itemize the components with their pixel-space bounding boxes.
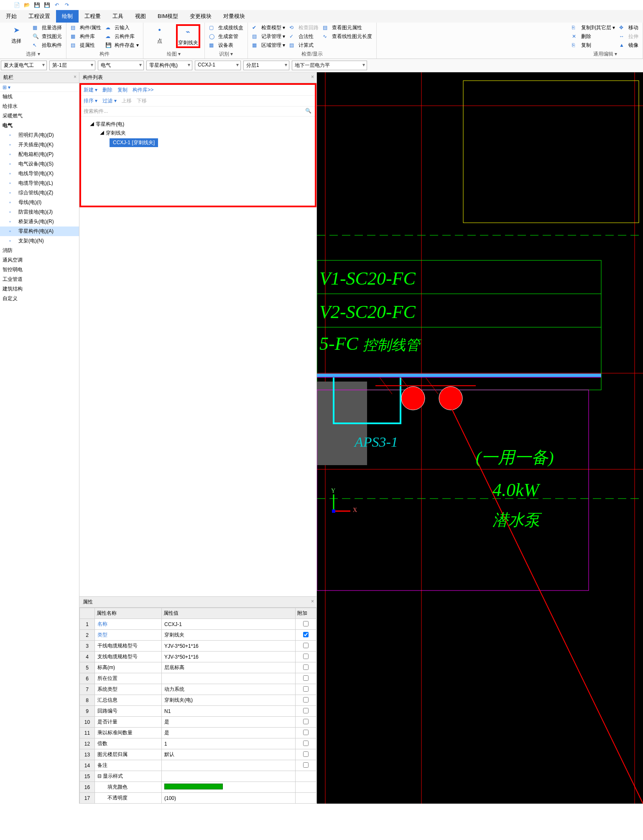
check-model-button[interactable]: ✔检查模型 ▾ bbox=[252, 24, 285, 31]
extra-checkbox[interactable] bbox=[303, 751, 309, 757]
prop-row-11[interactable]: 11乘以标准间数量是 bbox=[80, 728, 316, 738]
filter-button[interactable]: 过滤 ▾ bbox=[102, 97, 116, 104]
view-elem-props-button[interactable]: ▤查看图元属性 bbox=[323, 24, 372, 31]
open-icon[interactable]: 📂 bbox=[23, 1, 31, 9]
search-input[interactable]: 搜索构件... 🔍 bbox=[81, 107, 315, 117]
prop-row-17[interactable]: 17 不透明度(100) bbox=[80, 793, 316, 804]
cad-viewport[interactable]: V1-SC20-FC V2-SC20-FC 5-FC 控制线管 APS3-1 (… bbox=[317, 72, 643, 804]
gen-sleeve-button[interactable]: ◯生成套管 bbox=[209, 33, 243, 40]
tab-quantity[interactable]: 工程量 bbox=[79, 10, 107, 23]
extra-checkbox[interactable] bbox=[303, 719, 309, 724]
extra-checkbox[interactable] bbox=[303, 686, 309, 692]
nav-cat-hvac[interactable]: 通风空调 bbox=[0, 255, 79, 265]
nav-item-2[interactable]: ▫配电箱柜(电)(P) bbox=[0, 150, 79, 159]
prop-row-16[interactable]: 16 填充颜色 bbox=[80, 782, 316, 793]
prop-row-13[interactable]: 13图元楼层归属默认 bbox=[80, 749, 316, 760]
nav-cat-lowvolt[interactable]: 智控弱电 bbox=[0, 265, 79, 275]
nav-item-0[interactable]: ▫照明灯具(电)(D) bbox=[0, 130, 79, 140]
prop-row-15[interactable]: 15⊟ 显示样式 bbox=[80, 771, 316, 782]
select-button[interactable]: ➤ 选择 bbox=[4, 24, 28, 49]
nav-cat-axis[interactable]: 轴线 bbox=[0, 92, 79, 102]
gen-junction-button[interactable]: ▢生成接线盒 bbox=[209, 24, 243, 31]
nav-item-10[interactable]: ▫零星构件(电)(A) bbox=[0, 227, 79, 236]
pierce-clamp-button[interactable]: ⌁ 穿刺线夹 bbox=[176, 24, 200, 48]
extra-checkbox[interactable] bbox=[303, 632, 309, 637]
cloud-lib-button[interactable]: ☁云构件库 bbox=[105, 33, 138, 40]
redo-icon[interactable]: ↷ bbox=[63, 1, 71, 9]
component-lib-button[interactable]: ▦构件库 bbox=[71, 33, 101, 40]
nav-item-11[interactable]: ▫支架(电)(N) bbox=[0, 236, 79, 246]
tab-bim[interactable]: BIM模型 bbox=[152, 10, 184, 23]
drawing-combo[interactable]: 地下一层电力平 bbox=[292, 61, 367, 70]
cloud-input-button[interactable]: ☁云输入 bbox=[105, 24, 138, 31]
nav-item-9[interactable]: ▫桥架通头(电)(R) bbox=[0, 217, 79, 227]
prop-row-2[interactable]: 2类型穿刺线夹 bbox=[80, 630, 316, 641]
extra-checkbox[interactable] bbox=[303, 730, 309, 735]
batch-select-button[interactable]: ▦批量选择 bbox=[33, 24, 62, 31]
extra-checkbox[interactable] bbox=[303, 697, 309, 703]
tab-tools[interactable]: 工具 bbox=[107, 10, 129, 23]
extra-checkbox[interactable] bbox=[303, 621, 309, 626]
tab-draw[interactable]: 绘制 bbox=[56, 10, 79, 23]
movedown-button[interactable]: 下移 bbox=[137, 97, 147, 104]
device-table-button[interactable]: ▦设备表 bbox=[209, 42, 243, 49]
tab-view[interactable]: 视图 bbox=[129, 10, 152, 23]
copy-button[interactable]: ⎘复制 bbox=[572, 42, 615, 49]
copy-to-layer-button[interactable]: ⎘复制到其它层 ▾ bbox=[572, 24, 615, 31]
prop-row-4[interactable]: 4支线电缆规格型号YJV-3*50+1*16 bbox=[80, 652, 316, 662]
extra-checkbox[interactable] bbox=[303, 708, 309, 713]
component-props-button[interactable]: ▤构件/属性 bbox=[71, 24, 101, 31]
mirror-button[interactable]: ▲镜像 bbox=[619, 42, 638, 49]
formula-button[interactable]: ▤计算式 bbox=[289, 42, 319, 49]
prop-row-6[interactable]: 6所在位置 bbox=[80, 673, 316, 684]
nav-item-4[interactable]: ▫电线导管(电)(X) bbox=[0, 169, 79, 178]
project-combo[interactable]: 夏大厦电气工 bbox=[1, 61, 47, 70]
nav-cat-industrial[interactable]: 工业管道 bbox=[0, 275, 79, 284]
prop-row-10[interactable]: 10是否计量是 bbox=[80, 717, 316, 728]
move-button[interactable]: ✥移动 bbox=[619, 24, 638, 31]
delete-button[interactable]: ✕删除 bbox=[572, 33, 615, 40]
extract-props-button[interactable]: ▤提属性 bbox=[71, 42, 101, 49]
nav-item-8[interactable]: ▫防雷接地(电)(J) bbox=[0, 207, 79, 217]
point-button[interactable]: • 点 bbox=[148, 24, 172, 48]
nav-cat-water[interactable]: 给排水 bbox=[0, 102, 79, 111]
component-save-button[interactable]: 💾构件存盘 ▾ bbox=[105, 42, 138, 49]
tab-compare[interactable]: 对量模块 bbox=[217, 10, 251, 23]
extra-checkbox[interactable] bbox=[303, 643, 309, 648]
component-type-combo[interactable]: 零星构件(电) bbox=[146, 61, 192, 70]
tree-node-root[interactable]: ◢ 零星构件(电) bbox=[89, 120, 306, 129]
save-icon[interactable]: 💾 bbox=[33, 1, 41, 9]
prop-row-7[interactable]: 7系统类型动力系统 bbox=[80, 684, 316, 695]
check-circuit-button[interactable]: ⟲检查回路 bbox=[289, 24, 319, 31]
extra-checkbox[interactable] bbox=[303, 762, 309, 768]
find-element-button[interactable]: 🔍查找图元 bbox=[33, 33, 62, 40]
extra-checkbox[interactable] bbox=[303, 675, 309, 681]
floor-combo[interactable]: 第-1层 bbox=[49, 61, 95, 70]
extra-checkbox[interactable] bbox=[303, 741, 309, 746]
component-combo[interactable]: CCXJ-1 bbox=[195, 61, 241, 70]
sort-button[interactable]: 排序 ▾ bbox=[84, 97, 97, 104]
prop-row-12[interactable]: 12倍数1 bbox=[80, 738, 316, 749]
nav-item-3[interactable]: ▫电气设备(电)(S) bbox=[0, 159, 79, 169]
nav-item-7[interactable]: ▫母线(电)(I) bbox=[0, 198, 79, 207]
tree-node-type[interactable]: ◢ 穿刺线夹 bbox=[100, 129, 306, 137]
nav-cat-structure[interactable]: 建筑结构 bbox=[0, 284, 79, 294]
prop-row-5[interactable]: 5标高(m)层底标高 bbox=[80, 662, 316, 673]
copy-button2[interactable]: 复制 bbox=[117, 87, 128, 94]
new-button[interactable]: 新建 ▾ bbox=[84, 87, 97, 94]
prop-row-14[interactable]: 14备注 bbox=[80, 760, 316, 771]
prop-row-8[interactable]: 8汇总信息穿刺线夹(电) bbox=[80, 695, 316, 706]
region-mgmt-button[interactable]: ▦区域管理 ▾ bbox=[252, 42, 285, 49]
complib-button[interactable]: 构件库>> bbox=[133, 87, 153, 94]
prop-row-3[interactable]: 3干线电缆规格型号YJV-3*50+1*16 bbox=[80, 641, 316, 652]
view-length-button[interactable]: ∿查看线性图元长度 bbox=[323, 33, 372, 40]
undo-icon[interactable]: ↶ bbox=[53, 1, 61, 9]
nav-cat-fire[interactable]: 消防 bbox=[0, 246, 79, 255]
layer-combo[interactable]: 分层1 bbox=[243, 61, 289, 70]
nav-cat-custom[interactable]: 自定义 bbox=[0, 294, 79, 303]
validity-button[interactable]: ✓合法性 bbox=[289, 33, 319, 40]
nav-cat-electric[interactable]: 电气 bbox=[0, 121, 79, 130]
nav-item-5[interactable]: ▫电缆导管(电)(L) bbox=[0, 178, 79, 188]
nav-item-1[interactable]: ▫开关插座(电)(K) bbox=[0, 140, 79, 150]
tab-project-setting[interactable]: 工程设置 bbox=[23, 10, 56, 23]
